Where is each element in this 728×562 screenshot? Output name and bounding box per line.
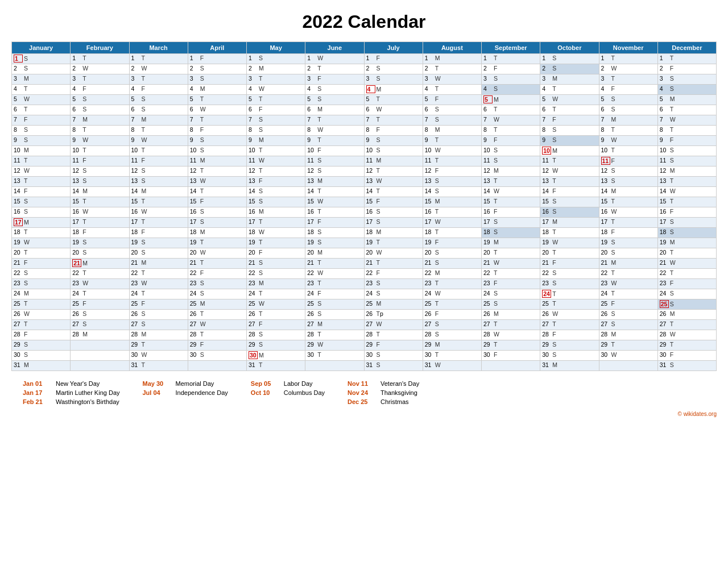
jul-28: 28T [364,330,423,340]
mar-6: 6S [129,105,188,115]
jul-19: 19T [364,238,423,248]
sep-12: 12M [482,166,540,177]
calendar-body: 1S 1T 1T 1F 1S 1W 1F 1M 1T 1S 1T 1T 2S 2… [12,54,717,371]
jun-20: 20M [305,248,364,259]
feb-7: 7M [71,115,129,126]
jan-16: 16S [12,207,71,218]
mar-26: 26S [129,310,188,320]
feb-2: 2W [71,64,129,74]
sep-10: 10S [482,146,540,156]
aug-23: 23T [423,279,481,289]
nov-18: 18F [599,228,657,238]
apr-29: 29F [188,340,246,351]
aug-17: 17W [423,218,481,228]
may-9: 9M [247,136,305,146]
sep-21: 21W [482,259,540,269]
holiday-row: Feb 21 Wasthington's Birthday [23,398,120,405]
jul-31: 31S [364,361,423,371]
month-header-may: May [247,42,305,54]
table-row: 14F 14M 14M 14T 14S 14T 14T 14S 14W 14F … [12,187,717,197]
oct-31: 31M [540,361,599,371]
mar-3: 3T [129,74,188,85]
may-14: 14S [247,187,305,197]
dec-8: 8T [657,126,716,136]
jul-18: 18M [364,228,423,238]
mar-31: 31T [129,361,188,371]
dec-21: 21W [657,259,716,269]
apr-13: 13W [188,177,246,187]
may-19: 19T [247,238,305,248]
jul-3: 3S [364,74,423,85]
jun-21: 21T [305,259,364,269]
may-24: 24T [247,289,305,299]
jun-16: 16T [305,207,364,218]
apr-22: 22F [188,269,246,279]
oct-9: 9S [540,136,599,146]
nov-4: 4F [599,85,657,95]
aug-15: 15M [423,197,481,207]
holiday-name: Veteran's Day [380,380,419,387]
feb-18: 18F [71,228,129,238]
jan-29: 29S [12,340,71,351]
nov-3: 3T [599,74,657,85]
table-row: 9S 9W 9W 9S 9M 9T 9S 9T 9F 9S 9W 9F [12,136,717,146]
oct-10: 10M [540,146,599,156]
sep-28: 28W [482,330,540,340]
oct-29: 29S [540,340,599,351]
sep-25: 25S [482,299,540,310]
table-row: 23S 23W 23W 23S 23M 23T 23S 23T 23F 23S … [12,279,717,289]
dec-26: 26M [657,310,716,320]
oct-18: 18T [540,228,599,238]
may-21: 21S [247,259,305,269]
mar-15: 15T [129,197,188,207]
mar-23: 23W [129,279,188,289]
aug-20: 20S [423,248,481,259]
may-29: 29S [247,340,305,351]
aug-25: 25T [423,299,481,310]
dec-5: 5M [657,95,716,105]
feb-26: 26S [71,310,129,320]
apr-19: 19T [188,238,246,248]
dec-18: 18S [657,228,716,238]
jan-31: 31M [12,361,71,371]
apr-5: 5T [188,95,246,105]
oct-16: 16S [540,207,599,218]
feb-4: 4F [71,85,129,95]
jan-17: 17M [12,218,71,228]
table-row: 12W 12S 12S 12T 12T 12S 12T 12F 12M 12W … [12,166,717,177]
holiday-col-2: May 30 Memorial Day Jul 04 Independence … [143,380,228,405]
oct-21: 21F [540,259,599,269]
mar-10: 10T [129,146,188,156]
nov-11: 11F [599,156,657,166]
oct-19: 19W [540,238,599,248]
aug-26: 26F [423,310,481,320]
apr-6: 6W [188,105,246,115]
sep-7: 7W [482,115,540,126]
month-header-mar: March [129,42,188,54]
jul-29: 29F [364,340,423,351]
jun-22: 22W [305,269,364,279]
oct-11: 11T [540,156,599,166]
sep-30: 30F [482,351,540,361]
sep-4: 4S [482,85,540,95]
apr-16: 16S [188,207,246,218]
feb-9: 9W [71,136,129,146]
jun-29: 29W [305,340,364,351]
jun-7: 7T [305,115,364,126]
apr-3: 3S [188,74,246,85]
dec-6: 6T [657,105,716,115]
holiday-name: Labor Day [284,380,313,387]
jun-15: 15W [305,197,364,207]
apr-11: 11M [188,156,246,166]
month-header-jul: July [364,42,423,54]
sep-5: 5M [482,95,540,105]
sep-2: 2F [482,64,540,74]
aug-1: 1M [423,54,481,64]
dec-14: 14W [657,187,716,197]
aug-9: 9T [423,136,481,146]
may-18: 18W [247,228,305,238]
nov-16: 16W [599,207,657,218]
calendar-table: January February March April May June Ju… [11,41,717,371]
sep-17: 17S [482,218,540,228]
nov-27: 27S [599,320,657,330]
